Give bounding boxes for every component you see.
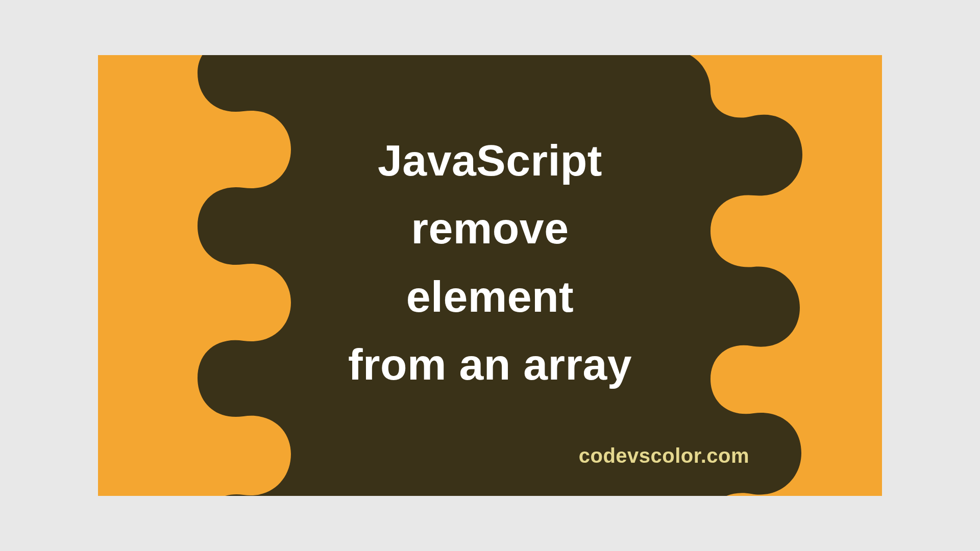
stage: JavaScript remove element from an array … [0, 0, 980, 551]
watermark-text: codevscolor.com [579, 444, 749, 467]
headline-line-4: from an array [98, 331, 882, 398]
headline-line-2: remove [98, 194, 882, 262]
headline: JavaScript remove element from an array [98, 127, 882, 398]
headline-line-3: element [98, 263, 882, 331]
banner-card: JavaScript remove element from an array … [98, 55, 882, 496]
headline-line-1: JavaScript [98, 127, 882, 194]
